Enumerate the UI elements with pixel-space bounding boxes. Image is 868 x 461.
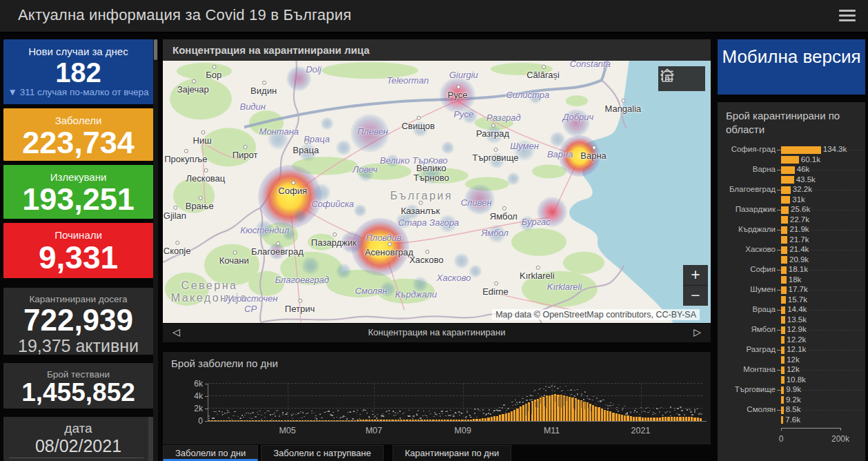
- data-label-scribble: [640, 407, 642, 408]
- quarantine-heatmap[interactable]: БорЗајечарВидинВидинНишПиротПрокупљеЛеск…: [163, 61, 711, 324]
- region-bar[interactable]: [781, 336, 785, 344]
- y-tick-label: 6k: [194, 379, 203, 389]
- region-value-label: 7.6k: [785, 415, 800, 424]
- daily-bar: [633, 417, 635, 421]
- map-label: Сливен: [461, 198, 492, 208]
- tab-daily-cases[interactable]: Заболели по дни: [163, 445, 258, 461]
- daily-bar: [264, 420, 266, 421]
- daily-bar: [642, 418, 644, 421]
- x-tick-label: 200k: [831, 434, 849, 444]
- daily-bar: [644, 418, 647, 421]
- data-label-scribble: [350, 412, 351, 413]
- data-label-scribble: [526, 396, 528, 397]
- region-bar[interactable]: [781, 226, 787, 234]
- region-bar[interactable]: [781, 256, 787, 264]
- region-bar[interactable]: [781, 156, 799, 164]
- region-bar[interactable]: [781, 326, 785, 334]
- data-label-scribble: [261, 415, 262, 415]
- region-bar[interactable]: [781, 276, 787, 284]
- daily-bar: [333, 420, 335, 421]
- gridline: [208, 383, 702, 384]
- daily-bar: [354, 420, 356, 421]
- region-bar[interactable]: [781, 206, 789, 214]
- data-label-scribble: [543, 389, 544, 389]
- data-label-scribble: [660, 407, 662, 408]
- data-label-scribble: [217, 414, 218, 415]
- data-label-scribble: [662, 415, 664, 415]
- region-bar[interactable]: [781, 216, 788, 224]
- daily-bar: [228, 420, 230, 421]
- map-label: Монтана: [259, 127, 299, 137]
- region-bar[interactable]: [781, 386, 784, 394]
- region-bar[interactable]: [781, 306, 785, 314]
- region-bar[interactable]: [781, 246, 787, 254]
- map-label: Хасково: [409, 255, 443, 265]
- region-label: Варна: [718, 165, 776, 173]
- data-label-scribble: [446, 411, 448, 411]
- data-label-scribble: [426, 417, 428, 418]
- data-label-scribble: [366, 413, 368, 413]
- carousel-next-icon[interactable]: ▷: [689, 326, 705, 337]
- region-bar[interactable]: [781, 266, 787, 274]
- region-bar[interactable]: [781, 166, 795, 174]
- region-bar[interactable]: [781, 416, 783, 424]
- data-label-scribble: [652, 414, 653, 415]
- data-label-scribble: [233, 415, 234, 416]
- zoom-in-button[interactable]: +: [683, 265, 708, 285]
- map-label: Разград: [486, 113, 521, 123]
- data-label-scribble: [493, 410, 495, 411]
- region-label: Благоевград: [718, 185, 776, 193]
- map-label: Кочани: [219, 255, 249, 265]
- daily-bar: [287, 420, 289, 421]
- daily-bar: [362, 420, 364, 421]
- region-bar[interactable]: [781, 296, 786, 304]
- region-bar[interactable]: [781, 176, 794, 184]
- data-label-scribble: [408, 410, 410, 411]
- data-label-scribble: [609, 405, 611, 406]
- map-label: Петрич: [285, 304, 315, 314]
- daily-bar: [391, 420, 393, 421]
- region-bar[interactable]: [781, 356, 785, 364]
- legend-button[interactable]: [682, 66, 705, 91]
- hamburger-menu-icon[interactable]: [839, 10, 856, 22]
- data-label-scribble: [234, 411, 235, 412]
- region-value-label: 9.9k: [786, 385, 801, 393]
- data-label-scribble: [622, 409, 623, 410]
- mobile-version-button[interactable]: Мобилна версия: [718, 39, 865, 95]
- region-bar[interactable]: [781, 406, 784, 414]
- tab-cumulative-cases[interactable]: Заболели с натрупване: [261, 445, 384, 461]
- left-scrollbar[interactable]: [153, 39, 158, 461]
- region-bar[interactable]: [781, 366, 785, 374]
- data-label-scribble: [362, 411, 364, 411]
- region-bar[interactable]: [781, 236, 787, 244]
- region-bar[interactable]: [781, 146, 821, 154]
- data-label-scribble: [313, 413, 315, 413]
- data-label-scribble: [512, 405, 513, 406]
- daily-bar: [357, 420, 359, 421]
- tab-daily-quarantined[interactable]: Карантинирани по дни: [393, 445, 512, 461]
- y-tick-label: 2k: [194, 404, 203, 413]
- zoom-out-button[interactable]: −: [683, 285, 708, 306]
- data-label-scribble: [548, 386, 549, 387]
- data-label-scribble: [522, 402, 524, 402]
- region-bar[interactable]: [781, 186, 791, 194]
- data-label-scribble: [420, 418, 421, 418]
- daily-bar: [473, 419, 475, 421]
- region-bar[interactable]: [781, 196, 790, 204]
- region-bar[interactable]: [781, 286, 787, 294]
- data-label-scribble: [607, 408, 609, 409]
- region-bar[interactable]: [781, 396, 784, 404]
- map-label: Велико Търново: [413, 164, 449, 184]
- map-label: Constanța: [570, 61, 611, 69]
- region-bar[interactable]: [781, 316, 785, 324]
- data-label-scribble: [395, 415, 397, 415]
- map-label: Скопје: [164, 246, 191, 256]
- data-label-scribble: [255, 416, 256, 417]
- daily-bar: [328, 420, 330, 421]
- region-bar[interactable]: [781, 376, 785, 384]
- data-label-scribble: [502, 407, 503, 408]
- region-bar[interactable]: [781, 346, 785, 354]
- gridline: [784, 170, 862, 170]
- data-label-scribble: [388, 410, 390, 411]
- card-scrollbar[interactable]: [148, 417, 153, 461]
